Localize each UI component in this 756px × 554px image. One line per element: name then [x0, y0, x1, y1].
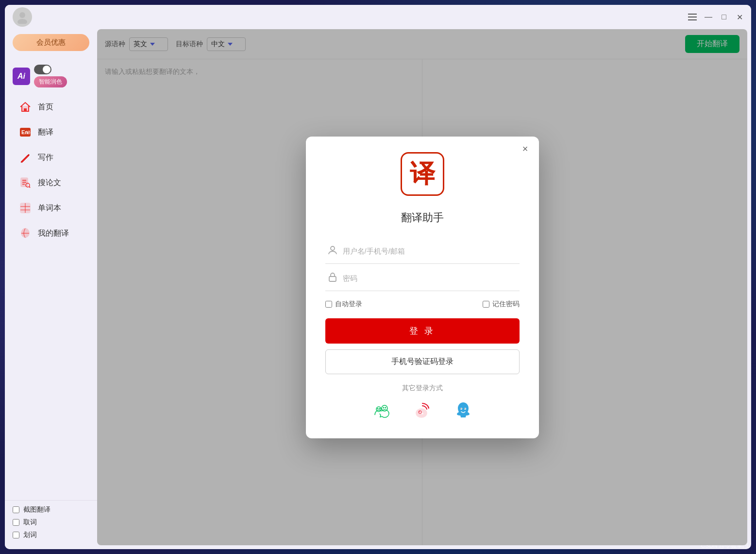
svg-text:译: 译 [26, 130, 31, 135]
swipe-word-checkbox[interactable] [13, 532, 19, 538]
other-login-section: 其它登录方式 [325, 384, 520, 421]
sidebar-item-my-translate[interactable]: 我的翻译 [9, 222, 93, 245]
username-input-group [325, 239, 520, 264]
remember-pwd-label: 记住密码 [492, 300, 520, 309]
social-icons [325, 399, 520, 421]
svg-line-11 [29, 187, 30, 188]
sidebar-item-translate-label: 翻译 [38, 127, 53, 138]
member-button[interactable]: 会员优惠 [13, 34, 89, 51]
sidebar-item-write-label: 写作 [38, 153, 53, 163]
maximize-button[interactable]: □ [720, 13, 728, 21]
auto-login-option[interactable]: 自动登录 [325, 300, 362, 309]
pick-word-label: 取词 [23, 518, 37, 527]
password-input[interactable] [343, 274, 518, 282]
svg-point-23 [385, 407, 386, 408]
auto-login-checkbox[interactable] [325, 301, 332, 308]
svg-point-20 [377, 408, 378, 409]
login-modal: × 译 翻译助手 [306, 137, 539, 438]
remember-pwd-option[interactable]: 记住密码 [483, 300, 520, 309]
home-icon [18, 100, 32, 114]
sidebar-item-write[interactable]: 写作 [9, 146, 93, 169]
title-bar-left [13, 7, 32, 27]
sidebar-item-my-translate-label: 我的翻译 [38, 228, 69, 239]
svg-point-22 [383, 407, 384, 408]
main-content: 源语种 英文 目标语种 中文 开始翻译 请 [97, 29, 747, 545]
avatar [13, 7, 32, 27]
login-button[interactable]: 登 录 [325, 318, 520, 344]
ai-controls: 智能润色 [34, 65, 67, 87]
write-icon [18, 151, 32, 164]
phone-login-button[interactable]: 手机号验证码登录 [325, 349, 520, 374]
smart-color-badge: 智能润色 [34, 76, 67, 87]
auto-login-label: 自动登录 [335, 300, 362, 309]
my-translate-icon [18, 226, 32, 240]
svg-point-31 [464, 408, 465, 409]
screenshot-translate-label: 截图翻译 [23, 505, 50, 514]
qq-login-button[interactable] [453, 399, 474, 421]
svg-point-27 [421, 413, 423, 414]
screenshot-translate-checkbox[interactable] [13, 506, 19, 513]
close-button[interactable]: ✕ [736, 13, 743, 21]
sidebar: 会员优惠 Ai 智能润色 [5, 29, 97, 549]
weibo-login-button[interactable] [412, 399, 433, 421]
svg-rect-17 [329, 277, 336, 281]
svg-point-30 [460, 408, 461, 409]
ai-toggle[interactable] [34, 65, 51, 74]
svg-rect-2 [24, 108, 27, 111]
modal-close-button[interactable]: × [520, 143, 531, 155]
sidebar-item-home[interactable]: 首页 [9, 95, 93, 119]
sidebar-item-vocabulary-label: 单词本 [38, 203, 61, 213]
sidebar-item-search-paper[interactable]: 搜论文 [9, 171, 93, 194]
minimize-button[interactable]: — [705, 13, 712, 21]
wechat-login-button[interactable] [371, 399, 392, 421]
search-paper-icon [18, 176, 32, 190]
svg-point-21 [379, 408, 380, 409]
title-bar: — □ ✕ [5, 5, 751, 29]
screenshot-translate-item[interactable]: 截图翻译 [13, 505, 89, 514]
ai-section: Ai 智能润色 [5, 61, 97, 91]
vocabulary-icon [18, 201, 32, 215]
menu-icon[interactable] [688, 14, 697, 20]
swipe-word-item[interactable]: 划词 [13, 531, 89, 539]
svg-point-0 [19, 12, 25, 18]
login-options-row: 自动登录 记住密码 [325, 300, 520, 309]
swipe-word-label: 划词 [23, 531, 37, 539]
sidebar-nav: 首页 En 译 翻译 [5, 95, 97, 495]
sidebar-item-home-label: 首页 [38, 102, 53, 112]
main-layout: 会员优惠 Ai 智能润色 [5, 29, 751, 549]
lock-icon [327, 272, 338, 285]
other-login-label: 其它登录方式 [325, 384, 520, 393]
username-input[interactable] [343, 247, 518, 255]
svg-point-24 [416, 409, 427, 417]
modal-logo: 译 [325, 152, 520, 203]
translate-logo-char: 译 [410, 157, 435, 191]
svg-point-26 [419, 411, 420, 412]
login-form: 自动登录 记住密码 登 录 手机号验证码登录 其它登录方式 [325, 239, 520, 421]
app-window: — □ ✕ 会员优惠 Ai 智能润色 [5, 5, 751, 549]
sidebar-item-vocabulary[interactable]: 单词本 [9, 196, 93, 220]
svg-point-1 [17, 19, 27, 24]
title-bar-controls: — □ ✕ [688, 13, 743, 21]
ai-icon: Ai [13, 68, 30, 85]
modal-overlay: × 译 翻译助手 [97, 29, 747, 545]
pick-word-item[interactable]: 取词 [13, 518, 89, 527]
translate-logo-box: 译 [401, 152, 444, 196]
sidebar-item-translate[interactable]: En 译 翻译 [9, 121, 93, 144]
pick-word-checkbox[interactable] [13, 519, 19, 526]
sidebar-item-search-paper-label: 搜论文 [38, 178, 61, 188]
sidebar-bottom: 截图翻译 取词 划词 [5, 500, 97, 544]
modal-title: 翻译助手 [325, 210, 520, 225]
user-icon [327, 244, 338, 258]
translate-icon: En 译 [18, 125, 32, 139]
password-input-group [325, 266, 520, 291]
svg-point-16 [331, 246, 335, 250]
remember-pwd-checkbox[interactable] [483, 301, 489, 308]
